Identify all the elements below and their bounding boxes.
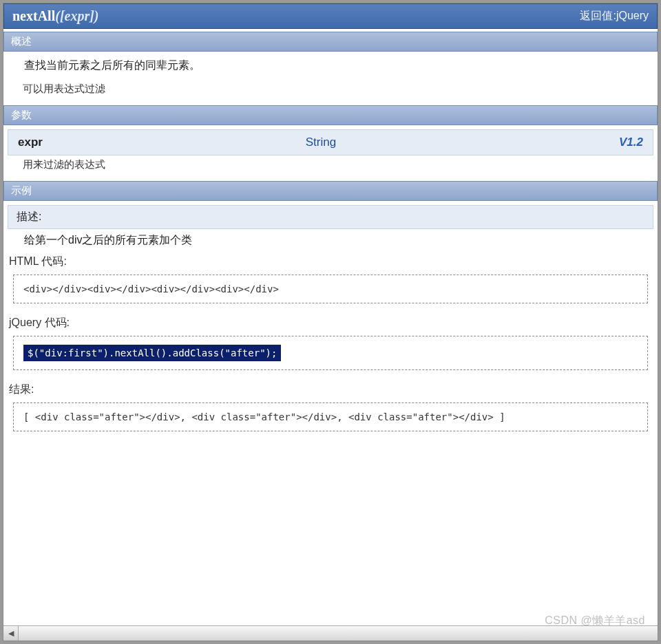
return-type: jQuery [616,10,649,21]
html-code-label: HTML 代码: [3,249,658,272]
return-value: 返回值:jQuery [580,9,649,23]
return-label: 返回值: [580,10,616,21]
overview-main-text: 查找当前元素之后所有的同辈元素。 [3,52,658,80]
jquery-code-highlight: $("div:first").nextAll().addClass("after… [23,345,281,361]
method-args: ([expr]) [55,8,98,23]
section-overview-header: 概述 [3,32,658,52]
result-code-box: [ <div class="after"></div>, <div class=… [13,402,648,431]
scroll-left-arrow-icon[interactable]: ◀ [3,626,19,641]
example-desc-label: 描述: [8,205,653,229]
param-row: expr String V1.2 [8,129,653,155]
html-code-box: <div></div><div></div><div></div><div></… [13,275,648,303]
param-version: V1.2 [518,136,643,149]
param-name: expr [18,136,306,149]
horizontal-scrollbar[interactable]: ◀ [3,625,658,641]
method-name-text: nextAll [12,8,55,23]
param-type: String [306,136,518,149]
jquery-code-box: $("div:first").nextAll().addClass("after… [13,336,648,370]
example-desc: 给第一个div之后的所有元素加个类 [3,229,658,249]
overview-note: 可以用表达式过滤 [3,80,658,103]
method-header: nextAll([expr]) 返回值:jQuery [3,3,658,29]
param-desc: 用来过滤的表达式 [3,155,658,178]
scrollbar-track[interactable] [19,626,658,641]
method-signature: nextAll([expr]) [12,8,99,24]
section-example-header: 示例 [3,181,658,201]
result-label: 结果: [3,377,658,400]
section-params-header: 参数 [3,105,658,125]
jquery-code-label: jQuery 代码: [3,310,658,333]
